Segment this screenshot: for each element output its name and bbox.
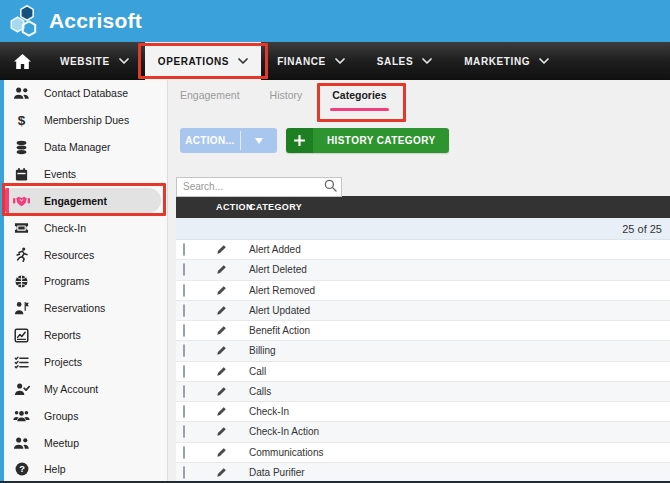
table-row: Alert Deleted xyxy=(176,260,670,280)
nav-item-label: SALES xyxy=(377,56,413,67)
row-checkbox[interactable] xyxy=(183,466,185,479)
row-checkbox[interactable] xyxy=(183,344,185,357)
row-checkbox[interactable] xyxy=(183,324,185,337)
people-icon xyxy=(12,436,31,450)
row-checkbox[interactable] xyxy=(183,425,185,438)
sidebar-item-check-in[interactable]: Check-In xyxy=(4,214,167,241)
home-icon xyxy=(14,54,31,69)
category-name[interactable]: Data Purifier xyxy=(249,467,670,478)
row-checkbox[interactable] xyxy=(183,405,185,418)
edit-pencil-icon[interactable] xyxy=(216,285,249,296)
runner-icon xyxy=(12,247,31,262)
sidebar-item-events[interactable]: Events xyxy=(4,161,167,188)
sidebar-item-contact-database[interactable]: Contact Database xyxy=(4,80,167,107)
table-header: ACTION CATEGORY xyxy=(176,196,670,218)
row-checkbox[interactable] xyxy=(183,284,185,297)
globe-icon xyxy=(12,274,31,289)
nav-item-sales[interactable]: SALES xyxy=(361,42,448,80)
row-checkbox[interactable] xyxy=(183,243,185,256)
table-row: Calls xyxy=(176,382,670,402)
column-header-category: CATEGORY xyxy=(249,202,670,212)
main-content: Engagement History Categories ACTION... xyxy=(168,80,670,483)
category-name[interactable]: Check-In Action xyxy=(249,426,670,437)
search-input[interactable] xyxy=(176,177,342,197)
categories-table-panel: ACTION CATEGORY 25 of 25 Alert Added xyxy=(176,176,670,483)
person-check-icon xyxy=(12,382,31,396)
table-rows: Alert Added Alert Deleted Alert Removed xyxy=(176,240,670,483)
column-header-action: ACTION xyxy=(216,202,249,212)
sidebar-item-engagement[interactable]: Engagement xyxy=(4,187,167,214)
sidebar-item-projects[interactable]: Projects xyxy=(4,349,167,376)
edit-pencil-icon[interactable] xyxy=(216,386,249,397)
sidebar-item-data-manager[interactable]: Data Manager xyxy=(4,134,167,161)
category-name[interactable]: Alert Removed xyxy=(249,285,670,296)
category-name[interactable]: Alert Deleted xyxy=(249,264,670,275)
edit-pencil-icon[interactable] xyxy=(216,305,249,316)
table-row: Billing xyxy=(176,341,670,361)
nav-item-marketing[interactable]: MARKETING xyxy=(448,42,565,80)
category-name[interactable]: Call xyxy=(249,366,670,377)
row-checkbox[interactable] xyxy=(183,385,185,398)
chevron-down-icon xyxy=(539,58,549,65)
sidebar-item-resources[interactable]: Resources xyxy=(4,241,167,268)
tab-engagement[interactable]: Engagement xyxy=(178,84,242,116)
sidebar-item-programs[interactable]: Programs xyxy=(4,268,167,295)
edit-pencil-icon[interactable] xyxy=(216,406,249,417)
accrisoft-logo-icon xyxy=(7,4,43,38)
sidebar-item-groups[interactable]: Groups xyxy=(4,402,167,429)
people-icon xyxy=(12,86,31,100)
table-row: Data Purifier xyxy=(176,463,670,483)
category-name[interactable]: Calls xyxy=(249,386,670,397)
edit-pencil-icon[interactable] xyxy=(216,447,249,458)
edit-pencil-icon[interactable] xyxy=(216,345,249,356)
chevron-down-icon xyxy=(119,58,129,65)
handshake-icon xyxy=(12,194,31,208)
sidebar-item-help[interactable]: ? Help xyxy=(4,456,167,483)
action-dropdown-button[interactable]: ACTION... xyxy=(180,128,277,153)
category-name[interactable]: Communications xyxy=(249,447,670,458)
category-name[interactable]: Billing xyxy=(249,345,670,356)
category-name[interactable]: Alert Added xyxy=(249,244,670,255)
database-icon xyxy=(12,140,31,155)
nav-item-label: OPERATIONS xyxy=(158,56,229,67)
nav-item-website[interactable]: WEBSITE xyxy=(44,42,145,80)
category-name[interactable]: Check-In xyxy=(249,406,670,417)
search-icon xyxy=(324,179,337,192)
row-checkbox[interactable] xyxy=(183,304,185,317)
checklist-icon xyxy=(12,356,31,369)
sidebar-item-meetup[interactable]: Meetup xyxy=(4,429,167,456)
category-name[interactable]: Benefit Action xyxy=(249,325,670,336)
row-checkbox[interactable] xyxy=(183,446,185,459)
edit-pencil-icon[interactable] xyxy=(216,426,249,437)
nav-item-finance[interactable]: FINANCE xyxy=(261,42,361,80)
tab-categories[interactable]: Categories xyxy=(330,84,388,116)
nav-item-operations[interactable]: OPERATIONS xyxy=(145,42,261,80)
table-row: Call xyxy=(176,362,670,382)
search-box xyxy=(176,176,342,196)
row-checkbox[interactable] xyxy=(183,365,185,378)
table-summary-row: 25 of 25 xyxy=(176,218,670,240)
table-row: Check-In xyxy=(176,402,670,422)
edit-pencil-icon[interactable] xyxy=(216,264,249,275)
table-row: Alert Added xyxy=(176,240,670,260)
category-name[interactable]: Alert Updated xyxy=(249,305,670,316)
edit-pencil-icon[interactable] xyxy=(216,366,249,377)
table-row: Communications xyxy=(176,443,670,463)
table-row: Benefit Action xyxy=(176,321,670,341)
add-history-category-button[interactable]: HISTORY CATEGORY xyxy=(286,128,449,153)
plus-icon xyxy=(286,128,313,153)
table-row: Check-In Action xyxy=(176,422,670,442)
row-checkbox[interactable] xyxy=(183,263,185,276)
edit-pencil-icon[interactable] xyxy=(216,467,249,478)
sidebar-item-reports[interactable]: Reports xyxy=(4,322,167,349)
edit-pencil-icon[interactable] xyxy=(216,244,249,255)
home-nav-button[interactable] xyxy=(0,42,44,80)
chevron-down-icon xyxy=(422,58,432,65)
tab-history[interactable]: History xyxy=(268,84,305,116)
sidebar-item-my-account[interactable]: My Account xyxy=(4,375,167,402)
sidebar-item-reservations[interactable]: Reservations xyxy=(4,295,167,322)
dropdown-arrow-zone[interactable] xyxy=(241,128,277,153)
edit-pencil-icon[interactable] xyxy=(216,325,249,336)
toolbar: ACTION... HISTORY CATEGORY xyxy=(180,128,449,153)
sidebar-item-membership-dues[interactable]: $ Membership Dues xyxy=(4,107,167,134)
